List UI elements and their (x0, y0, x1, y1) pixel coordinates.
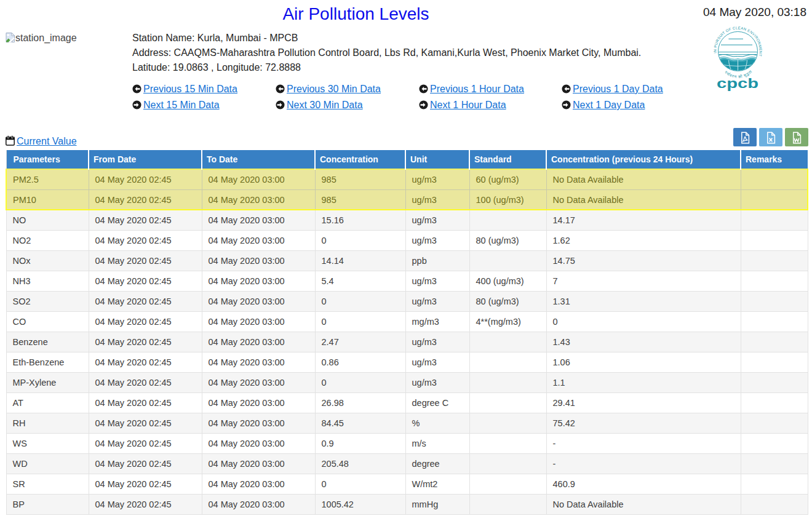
svg-text:cpcb: cpcb (717, 76, 758, 91)
